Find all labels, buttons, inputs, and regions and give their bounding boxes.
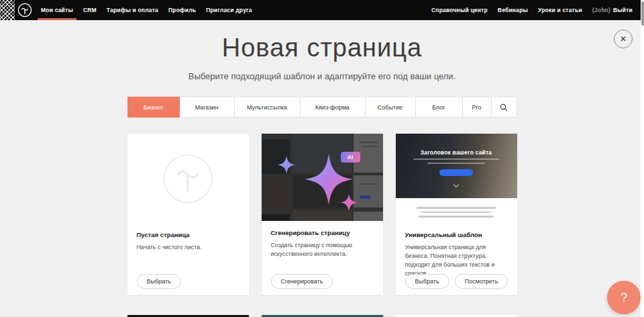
- page-title: Новая страница: [127, 35, 517, 60]
- card-blank-page: Пустая страница Начать с чистого листа. …: [127, 134, 249, 295]
- template-paragraph-skeleton: [396, 198, 517, 218]
- tab-blog[interactable]: Блог: [416, 97, 463, 118]
- nav-my-sites-label: Мои сайты: [41, 7, 73, 13]
- tab-quiz-form[interactable]: Квиз-форма: [301, 97, 366, 118]
- chevron-down-icon: [453, 182, 459, 187]
- scrollbar-thumb[interactable]: [641, 1, 644, 26]
- hero-text-line: [413, 158, 499, 160]
- tilda-logo-icon[interactable]: [17, 3, 32, 17]
- tab-business[interactable]: Бизнес: [127, 97, 180, 118]
- help-button[interactable]: ?: [607, 281, 641, 314]
- new-page-dialog: Новая страница Выберите подходящий шабло…: [127, 0, 517, 317]
- hero-text-line: [427, 163, 485, 164]
- template-hero-thumbnail: Заголовок вашего сайта: [396, 134, 517, 198]
- choose-template-button[interactable]: Выбрать: [405, 274, 449, 289]
- tab-pro[interactable]: Pro: [463, 97, 492, 118]
- blank-page-preview: [127, 134, 249, 223]
- ai-badge: AI: [341, 152, 360, 163]
- tab-event[interactable]: Событие: [366, 97, 416, 118]
- nav-webinars[interactable]: Вебинары: [498, 0, 528, 20]
- user-name: (John): [592, 7, 610, 13]
- tab-multilink[interactable]: Мультиссылка: [235, 97, 301, 118]
- card-title: Универсальный шаблон: [405, 231, 508, 238]
- nav-pricing[interactable]: Тарифы и оплата: [107, 0, 158, 20]
- nav-my-sites[interactable]: Мои сайты: [41, 0, 73, 20]
- template-preview: Заголовок вашего сайта: [396, 134, 517, 223]
- nav-help-center[interactable]: Справочный центр: [431, 0, 488, 20]
- page-subtitle: Выберите подходящий шаблон и адаптируйте…: [127, 71, 517, 81]
- tab-store[interactable]: Магазин: [180, 97, 235, 118]
- question-mark-icon: ?: [621, 290, 628, 305]
- card-title: Сгенерировать страницу: [271, 229, 374, 236]
- close-icon: ✕: [620, 34, 627, 44]
- close-button[interactable]: ✕: [614, 30, 633, 48]
- card-description: Начать с чистого листа.: [137, 243, 237, 252]
- template-cta-button: [439, 169, 473, 176]
- template-cards-row: Пустая страница Начать с чистого листа. …: [127, 134, 517, 295]
- card-generate-ai: AI Сгенерировать страницу Создать страни…: [262, 134, 383, 295]
- template-category-tabs: Бизнес Магазин Мультиссылка Квиз-форма С…: [127, 97, 517, 118]
- nav-crm[interactable]: CRM: [83, 0, 97, 20]
- card-title: Пустая страница: [137, 231, 239, 238]
- choose-blank-button[interactable]: Выбрать: [137, 274, 181, 289]
- card-universal-template: Заголовок вашего сайта Универсальный шаб…: [396, 134, 517, 295]
- generate-button[interactable]: Сгенерировать: [271, 274, 333, 289]
- active-nav-underline: [38, 18, 76, 20]
- nav-logout[interactable]: (John) Выйти: [592, 0, 633, 20]
- topbar-pattern-decoration: [0, 0, 15, 20]
- template-hero-heading: Заголовок вашего сайта: [421, 149, 492, 156]
- card-description: Создать страницу с помощью искусственног…: [271, 241, 372, 259]
- card-description: Универсальная страница для бизнеса. Поня…: [405, 243, 506, 278]
- nav-profile[interactable]: Профиль: [168, 0, 196, 20]
- tilda-watermark-icon: [163, 154, 213, 203]
- ai-preview: AI: [262, 134, 383, 221]
- nav-lessons[interactable]: Уроки и статьи: [538, 0, 582, 20]
- tab-search[interactable]: [492, 97, 517, 118]
- nav-invite-friend[interactable]: Пригласи друга: [206, 0, 252, 20]
- ai-sparkle-icon: [262, 134, 383, 221]
- page-scrollbar[interactable]: [641, 0, 644, 317]
- topbar: Мои сайты CRM Тарифы и оплата Профиль Пр…: [0, 0, 644, 20]
- topbar-nav-left: Мои сайты CRM Тарифы и оплата Профиль Пр…: [41, 0, 252, 20]
- logout-label: Выйти: [613, 7, 633, 13]
- search-icon: [500, 103, 508, 111]
- preview-template-button[interactable]: Посмотреть: [455, 274, 508, 289]
- topbar-nav-right: Справочный центр Вебинары Уроки и статьи…: [431, 0, 633, 20]
